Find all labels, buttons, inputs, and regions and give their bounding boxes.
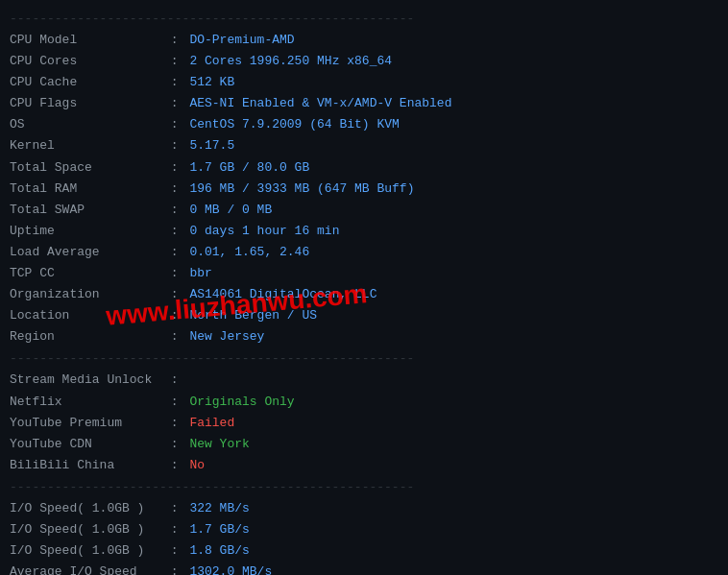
total-swap-value: 0 MB / 0 MB (189, 200, 272, 221)
youtube-premium-label: YouTube Premium (10, 413, 163, 434)
organization-value: AS14061 DigitalOcean, LLC (189, 284, 376, 305)
cpu-flags-value: AES-NI Enabled & VM-x/AMD-V Enabled (189, 93, 451, 114)
io-speed-3-value: 1.8 GB/s (189, 540, 249, 562)
io-speed-2-row: I/O Speed( 1.0GB ) : 1.7 GB/s (10, 519, 718, 540)
stream-media-title-row: Stream Media Unlock : (10, 370, 718, 391)
total-space-label: Total Space (10, 157, 163, 179)
bilibili-row: BiliBili China : No (10, 455, 718, 476)
youtube-cdn-label: YouTube CDN (10, 434, 163, 455)
total-swap-label: Total SWAP (10, 200, 163, 221)
load-average-label: Load Average (10, 242, 163, 263)
cpu-cores-value: 2 Cores 1996.250 MHz x86_64 (189, 51, 392, 72)
bilibili-value: No (189, 455, 205, 476)
io-speed-1-row: I/O Speed( 1.0GB ) : 322 MB/s (10, 498, 718, 519)
total-swap-row: Total SWAP : 0 MB / 0 MB (10, 200, 718, 221)
io-speed-section: ----------------------------------------… (10, 480, 718, 575)
organization-row: Organization : AS14061 DigitalOcean, LLC (10, 284, 718, 305)
cpu-cache-row: CPU Cache : 512 KB (10, 72, 718, 93)
region-row: Region : New Jersey (10, 326, 718, 347)
youtube-premium-value: Failed (189, 413, 234, 434)
avg-io-speed-value: 1302.0 MB/s (189, 562, 272, 575)
system-info-section: ----------------------------------------… (10, 12, 718, 347)
location-row: Location : North Bergen / US (10, 305, 718, 326)
io-speed-1-label: I/O Speed( 1.0GB ) (10, 498, 163, 519)
cpu-cache-label: CPU Cache (10, 72, 163, 93)
kernel-row: Kernel : 5.17.5 (10, 135, 718, 156)
kernel-value: 5.17.5 (189, 135, 234, 156)
cpu-flags-row: CPU Flags : AES-NI Enabled & VM-x/AMD-V … (10, 93, 718, 114)
location-value: North Bergen / US (189, 305, 317, 326)
cpu-model-label: CPU Model (10, 30, 163, 51)
load-average-row: Load Average : 0.01, 1.65, 2.46 (10, 242, 718, 263)
cpu-model-row: CPU Model : DO-Premium-AMD (10, 30, 718, 51)
cpu-flags-label: CPU Flags (10, 93, 163, 114)
cpu-cores-row: CPU Cores : 2 Cores 1996.250 MHz x86_64 (10, 51, 718, 72)
total-ram-value: 196 MB / 3933 MB (647 MB Buff) (189, 179, 414, 200)
total-space-value: 1.7 GB / 80.0 GB (189, 157, 309, 179)
stream-media-section: ----------------------------------------… (10, 351, 718, 475)
avg-io-speed-row: Average I/O Speed : 1302.0 MB/s (10, 562, 718, 575)
uptime-value: 0 days 1 hour 16 min (189, 221, 339, 242)
youtube-cdn-value: New York (189, 434, 249, 455)
location-label: Location (10, 305, 163, 326)
bilibili-label: BiliBili China (10, 455, 163, 476)
tcp-cc-value: bbr (189, 263, 211, 284)
tcp-cc-row: TCP CC : bbr (10, 263, 718, 284)
tcp-cc-label: TCP CC (10, 263, 163, 284)
io-speed-3-row: I/O Speed( 1.0GB ) : 1.8 GB/s (10, 540, 718, 562)
netflix-value: Originals Only (189, 392, 294, 413)
os-value: CentOS 7.9.2009 (64 Bit) KVM (189, 114, 399, 135)
region-label: Region (10, 326, 163, 347)
total-space-row: Total Space : 1.7 GB / 80.0 GB (10, 157, 718, 179)
cpu-model-value: DO-Premium-AMD (189, 30, 294, 51)
os-row: OS : CentOS 7.9.2009 (64 Bit) KVM (10, 114, 718, 135)
uptime-row: Uptime : 0 days 1 hour 16 min (10, 221, 718, 242)
io-speed-1-value: 322 MB/s (189, 498, 249, 519)
cpu-cores-label: CPU Cores (10, 51, 163, 72)
top-divider: ----------------------------------------… (10, 12, 718, 26)
io-speed-2-value: 1.7 GB/s (189, 519, 249, 540)
cpu-cache-value: 512 KB (189, 72, 234, 93)
total-ram-label: Total RAM (10, 179, 163, 200)
io-speed-3-label: I/O Speed( 1.0GB ) (10, 540, 163, 562)
netflix-label: Netflix (10, 392, 163, 413)
io-divider: ----------------------------------------… (10, 480, 718, 494)
youtube-premium-row: YouTube Premium : Failed (10, 413, 718, 434)
avg-io-speed-label: Average I/O Speed (10, 562, 163, 575)
total-ram-row: Total RAM : 196 MB / 3933 MB (647 MB Buf… (10, 179, 718, 200)
kernel-label: Kernel (10, 135, 163, 156)
stream-divider: ----------------------------------------… (10, 351, 718, 366)
os-label: OS (10, 114, 163, 135)
io-speed-2-label: I/O Speed( 1.0GB ) (10, 519, 163, 540)
uptime-label: Uptime (10, 221, 163, 242)
youtube-cdn-row: YouTube CDN : New York (10, 434, 718, 455)
load-average-value: 0.01, 1.65, 2.46 (189, 242, 309, 263)
stream-media-label: Stream Media Unlock (10, 370, 163, 391)
netflix-row: Netflix : Originals Only (10, 392, 718, 413)
organization-label: Organization (10, 284, 163, 305)
region-value: New Jersey (189, 326, 264, 347)
